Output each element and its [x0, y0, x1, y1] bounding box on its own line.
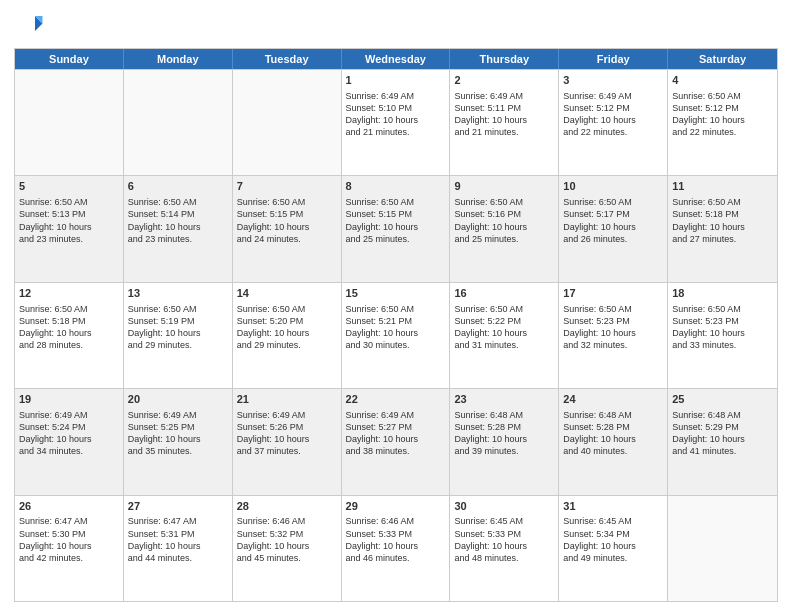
day-info-line: and 39 minutes. [454, 445, 554, 457]
day-info-line: Sunrise: 6:49 AM [346, 409, 446, 421]
day-cell-3: 3Sunrise: 6:49 AMSunset: 5:12 PMDaylight… [559, 70, 668, 175]
day-info-line: Sunset: 5:30 PM [19, 528, 119, 540]
day-info-line: Daylight: 10 hours [563, 540, 663, 552]
day-info-line: Daylight: 10 hours [19, 221, 119, 233]
day-number: 20 [128, 392, 228, 407]
day-info-line: Sunset: 5:16 PM [454, 208, 554, 220]
day-info-line: Daylight: 10 hours [346, 327, 446, 339]
day-info-line: Daylight: 10 hours [128, 540, 228, 552]
day-info-line: Sunrise: 6:50 AM [454, 196, 554, 208]
day-info-line: Sunrise: 6:49 AM [237, 409, 337, 421]
day-cell-24: 24Sunrise: 6:48 AMSunset: 5:28 PMDayligh… [559, 389, 668, 494]
calendar-week-1: 1Sunrise: 6:49 AMSunset: 5:10 PMDaylight… [15, 69, 777, 175]
day-info-line: Daylight: 10 hours [346, 221, 446, 233]
day-info-line: Sunrise: 6:50 AM [346, 196, 446, 208]
day-info-line: Daylight: 10 hours [563, 221, 663, 233]
day-info-line: Sunset: 5:11 PM [454, 102, 554, 114]
day-info-line: and 40 minutes. [563, 445, 663, 457]
calendar: SundayMondayTuesdayWednesdayThursdayFrid… [14, 48, 778, 602]
day-number: 6 [128, 179, 228, 194]
day-number: 16 [454, 286, 554, 301]
day-info-line: Sunrise: 6:50 AM [454, 303, 554, 315]
day-info-line: Sunrise: 6:45 AM [454, 515, 554, 527]
calendar-week-4: 19Sunrise: 6:49 AMSunset: 5:24 PMDayligh… [15, 388, 777, 494]
day-cell-9: 9Sunrise: 6:50 AMSunset: 5:16 PMDaylight… [450, 176, 559, 281]
day-info-line: Daylight: 10 hours [454, 540, 554, 552]
day-info-line: Sunrise: 6:50 AM [672, 90, 773, 102]
day-info-line: Daylight: 10 hours [454, 221, 554, 233]
day-info-line: Sunrise: 6:49 AM [563, 90, 663, 102]
day-info-line: Sunrise: 6:47 AM [19, 515, 119, 527]
day-info-line: Sunset: 5:23 PM [563, 315, 663, 327]
calendar-body: 1Sunrise: 6:49 AMSunset: 5:10 PMDaylight… [15, 69, 777, 601]
day-cell-4: 4Sunrise: 6:50 AMSunset: 5:12 PMDaylight… [668, 70, 777, 175]
day-info-line: and 42 minutes. [19, 552, 119, 564]
day-info-line: and 24 minutes. [237, 233, 337, 245]
day-cell-29: 29Sunrise: 6:46 AMSunset: 5:33 PMDayligh… [342, 496, 451, 601]
day-info-line: Daylight: 10 hours [128, 433, 228, 445]
day-info-line: Daylight: 10 hours [128, 327, 228, 339]
day-info-line: Sunset: 5:27 PM [346, 421, 446, 433]
day-info-line: Daylight: 10 hours [672, 221, 773, 233]
day-header-saturday: Saturday [668, 49, 777, 69]
day-info-line: Sunrise: 6:49 AM [346, 90, 446, 102]
day-info-line: and 30 minutes. [346, 339, 446, 351]
empty-cell [233, 70, 342, 175]
day-number: 13 [128, 286, 228, 301]
day-info-line: Daylight: 10 hours [454, 114, 554, 126]
day-number: 29 [346, 499, 446, 514]
page: SundayMondayTuesdayWednesdayThursdayFrid… [0, 0, 792, 612]
day-info-line: Sunrise: 6:46 AM [237, 515, 337, 527]
day-info-line: Sunrise: 6:50 AM [19, 196, 119, 208]
logo [14, 10, 48, 40]
day-number: 2 [454, 73, 554, 88]
day-header-monday: Monday [124, 49, 233, 69]
day-info-line: Sunset: 5:12 PM [563, 102, 663, 114]
day-info-line: Sunrise: 6:50 AM [346, 303, 446, 315]
day-number: 23 [454, 392, 554, 407]
day-info-line: and 27 minutes. [672, 233, 773, 245]
day-cell-1: 1Sunrise: 6:49 AMSunset: 5:10 PMDaylight… [342, 70, 451, 175]
day-info-line: and 25 minutes. [454, 233, 554, 245]
day-cell-20: 20Sunrise: 6:49 AMSunset: 5:25 PMDayligh… [124, 389, 233, 494]
day-info-line: and 26 minutes. [563, 233, 663, 245]
day-info-line: Sunset: 5:22 PM [454, 315, 554, 327]
day-info-line: Sunrise: 6:48 AM [454, 409, 554, 421]
day-info-line: Daylight: 10 hours [19, 540, 119, 552]
day-info-line: Sunrise: 6:50 AM [128, 303, 228, 315]
empty-cell [15, 70, 124, 175]
day-info-line: Sunrise: 6:49 AM [454, 90, 554, 102]
day-info-line: and 41 minutes. [672, 445, 773, 457]
day-number: 27 [128, 499, 228, 514]
day-cell-16: 16Sunrise: 6:50 AMSunset: 5:22 PMDayligh… [450, 283, 559, 388]
day-info-line: Sunrise: 6:48 AM [563, 409, 663, 421]
day-info-line: Daylight: 10 hours [346, 540, 446, 552]
day-info-line: Sunrise: 6:47 AM [128, 515, 228, 527]
day-info-line: Sunset: 5:33 PM [346, 528, 446, 540]
day-cell-27: 27Sunrise: 6:47 AMSunset: 5:31 PMDayligh… [124, 496, 233, 601]
day-info-line: Sunset: 5:17 PM [563, 208, 663, 220]
day-info-line: Daylight: 10 hours [563, 327, 663, 339]
day-cell-8: 8Sunrise: 6:50 AMSunset: 5:15 PMDaylight… [342, 176, 451, 281]
day-info-line: Sunset: 5:31 PM [128, 528, 228, 540]
day-number: 28 [237, 499, 337, 514]
day-info-line: and 31 minutes. [454, 339, 554, 351]
day-cell-10: 10Sunrise: 6:50 AMSunset: 5:17 PMDayligh… [559, 176, 668, 281]
day-info-line: Sunrise: 6:45 AM [563, 515, 663, 527]
day-info-line: and 29 minutes. [237, 339, 337, 351]
day-cell-26: 26Sunrise: 6:47 AMSunset: 5:30 PMDayligh… [15, 496, 124, 601]
day-info-line: Daylight: 10 hours [672, 327, 773, 339]
day-cell-21: 21Sunrise: 6:49 AMSunset: 5:26 PMDayligh… [233, 389, 342, 494]
day-info-line: Sunrise: 6:50 AM [237, 303, 337, 315]
day-number: 24 [563, 392, 663, 407]
day-info-line: Daylight: 10 hours [128, 221, 228, 233]
day-number: 25 [672, 392, 773, 407]
day-number: 18 [672, 286, 773, 301]
day-cell-13: 13Sunrise: 6:50 AMSunset: 5:19 PMDayligh… [124, 283, 233, 388]
day-info-line: Daylight: 10 hours [237, 221, 337, 233]
day-header-tuesday: Tuesday [233, 49, 342, 69]
day-cell-7: 7Sunrise: 6:50 AMSunset: 5:15 PMDaylight… [233, 176, 342, 281]
day-info-line: Sunset: 5:15 PM [237, 208, 337, 220]
day-number: 31 [563, 499, 663, 514]
day-number: 12 [19, 286, 119, 301]
